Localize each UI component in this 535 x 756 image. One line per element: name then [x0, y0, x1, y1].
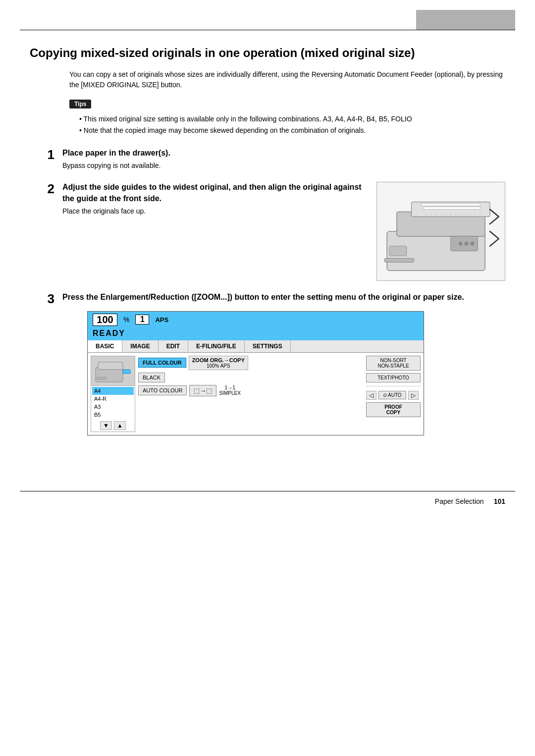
- screen-body: A4 A4-R A3 B5 ▼ ▲: [88, 353, 424, 435]
- paper-a4[interactable]: A4: [92, 387, 134, 395]
- screen-pct-sign: %: [123, 316, 129, 324]
- tab-efiling[interactable]: E-FILING/FILE: [188, 340, 245, 352]
- tab-settings[interactable]: SETTINGS: [245, 340, 291, 352]
- tip-item-2: Note that the copied image may become sk…: [79, 125, 505, 136]
- screen-percent: 100: [93, 314, 117, 326]
- paper-b5[interactable]: B5: [92, 411, 134, 419]
- svg-point-8: [465, 242, 469, 246]
- step-1-title: Place paper in the drawer(s).: [62, 148, 505, 159]
- screen-tabs: BASIC IMAGE EDIT E-FILING/FILE SETTINGS: [88, 340, 424, 353]
- tab-image[interactable]: IMAGE: [122, 340, 158, 352]
- bottom-divider: [20, 491, 515, 491]
- paper-a3[interactable]: A3: [92, 403, 134, 411]
- simplex-arrow: 1→1: [225, 385, 235, 390]
- tab-edit[interactable]: EDIT: [159, 340, 188, 352]
- svg-rect-26: [97, 377, 107, 379]
- step-2-text: Adjust the side guides to the widest ori…: [62, 182, 367, 216]
- simplex-label: SIMPLEX: [219, 390, 240, 396]
- auto-btn-row: ◁ ⊙ AUTO ▷: [366, 391, 421, 400]
- auto-icon: ⊙: [383, 392, 387, 398]
- btn-auto-colour[interactable]: AUTO COLOUR: [138, 385, 187, 395]
- step-1-content: Place paper in the drawer(s). Bypass cop…: [62, 148, 505, 171]
- btn-text-photo[interactable]: TEXT/PHOTO: [366, 373, 421, 382]
- prev-arrow[interactable]: ◁: [366, 391, 376, 400]
- svg-rect-24: [98, 362, 123, 370]
- page-title: Copying mixed-sized originals in one ope…: [30, 45, 505, 60]
- tips-label: Tips: [69, 100, 91, 108]
- step-3-number: 3: [30, 292, 54, 306]
- svg-point-7: [459, 242, 463, 246]
- next-arrow[interactable]: ▷: [408, 391, 419, 400]
- step-1-desc: Bypass copying is not available.: [62, 161, 505, 171]
- btn-non-sort[interactable]: NON-SORTNON-STAPLE: [366, 356, 421, 371]
- content: Copying mixed-sized originals in one ope…: [0, 30, 535, 476]
- btn-full-colour[interactable]: FULL COLOUR: [138, 358, 186, 368]
- machine-icon: [91, 356, 135, 386]
- colour-row: FULL COLOUR ZOOM ORG.→COPY 100% APS: [138, 356, 363, 370]
- btn-proof-copy[interactable]: PROOFCOPY: [366, 402, 421, 417]
- step-2-desc: Place the originals face up.: [62, 206, 367, 216]
- screen-paper-list: A4 A4-R A3 B5: [91, 386, 135, 420]
- btn-auto[interactable]: ⊙ AUTO: [378, 391, 406, 399]
- paper-a4r[interactable]: A4-R: [92, 395, 134, 403]
- auto-colour-row: AUTO COLOUR ⬚→⬚ 1→1 SIMPLEX: [138, 385, 363, 396]
- steps: 1 Place paper in the drawer(s). Bypass c…: [30, 148, 505, 435]
- tab-basic[interactable]: BASIC: [88, 340, 122, 352]
- step-2-content: Adjust the side guides to the widest ori…: [62, 182, 505, 281]
- screen-aps-label: APS: [155, 316, 168, 324]
- svg-rect-25: [123, 370, 130, 374]
- svg-rect-3: [421, 204, 480, 206]
- top-bar: [0, 0, 535, 30]
- tip-item-1: This mixed original size setting is avai…: [79, 113, 505, 124]
- screen-ui: 100 % 1 APS READY BASIC IMAGE EDIT E-FIL…: [87, 311, 424, 435]
- screen-copies: 1: [135, 315, 149, 324]
- copier-illustration: [376, 182, 505, 281]
- screen-left-panel: A4 A4-R A3 B5 ▼ ▲: [91, 356, 135, 432]
- screen-status-bar: 100 % 1 APS: [88, 312, 424, 328]
- step-1: 1 Place paper in the drawer(s). Bypass c…: [30, 148, 505, 171]
- svg-point-9: [470, 242, 474, 246]
- footer-section: Paper Selection: [435, 497, 484, 505]
- btn-black[interactable]: BLACK: [138, 373, 165, 382]
- top-gray-box: [416, 10, 515, 30]
- tips-list: This mixed original size setting is avai…: [79, 113, 505, 136]
- svg-rect-6: [384, 259, 414, 263]
- duplex-btn[interactable]: ⬚→⬚: [189, 385, 216, 396]
- step-3-title: Press the Enlargement/Reduction ([ZOOM..…: [62, 292, 505, 303]
- paper-scroll-down[interactable]: ▼: [100, 421, 112, 430]
- paper-scroll-up[interactable]: ▲: [114, 421, 126, 430]
- step-3-content: Press the Enlargement/Reduction ([ZOOM..…: [62, 292, 505, 435]
- svg-rect-4: [424, 207, 480, 210]
- svg-rect-10: [389, 246, 407, 256]
- step-2: 2 Adjust the side guides to the widest o…: [30, 182, 505, 281]
- step-3: 3 Press the Enlargement/Reduction ([ZOOM…: [30, 292, 505, 435]
- step-1-number: 1: [30, 148, 54, 162]
- screen-ready: READY: [88, 328, 424, 340]
- step-2-title: Adjust the side guides to the widest ori…: [62, 182, 367, 204]
- zoom-bottom-label: 100% APS: [207, 363, 230, 369]
- footer-page: 101: [494, 497, 505, 505]
- intro-text: You can copy a set of originals whose si…: [69, 69, 505, 90]
- auto-label: AUTO: [388, 392, 402, 398]
- right-panel: NON-SORTNON-STAPLE TEXT/PHOTO ◁ ⊙ AUTO: [366, 356, 421, 432]
- duplex-icon: ⬚→⬚: [194, 387, 212, 394]
- zoom-info: ZOOM ORG.→COPY 100% APS: [189, 356, 248, 370]
- footer: Paper Selection 101: [0, 497, 535, 505]
- step-2-wrapper: Adjust the side guides to the widest ori…: [62, 182, 505, 281]
- zoom-top-label: ZOOM ORG.→COPY: [192, 357, 245, 363]
- black-row: BLACK: [138, 373, 363, 382]
- screen-center-panel: FULL COLOUR ZOOM ORG.→COPY 100% APS BLAC…: [138, 356, 363, 432]
- step-2-number: 2: [30, 182, 54, 196]
